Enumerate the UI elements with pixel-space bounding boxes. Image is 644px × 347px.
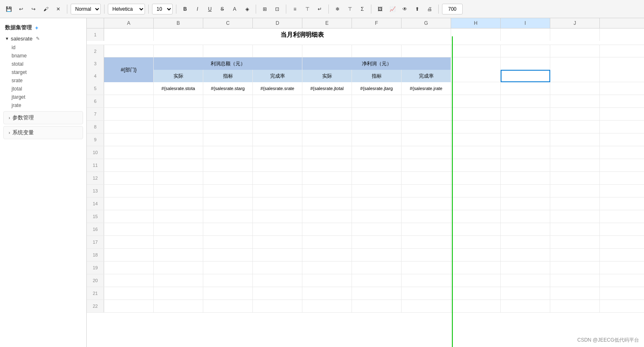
cell-h5[interactable] [451, 82, 501, 95]
cell-a1[interactable] [104, 29, 154, 41]
cell-j4[interactable] [550, 70, 600, 82]
cell-b2[interactable] [154, 45, 203, 57]
cell-d2[interactable] [253, 45, 302, 57]
col-header-d[interactable]: D [253, 18, 302, 28]
redo-button[interactable]: ↪ [28, 3, 39, 15]
cell-b4-actual[interactable]: 实际 [154, 70, 203, 82]
border-button[interactable]: ⊞ [259, 3, 270, 15]
field-stotal[interactable]: stotal [0, 60, 86, 68]
cell-title[interactable]: 当月利润明细表 [154, 29, 451, 41]
field-jrate[interactable]: jrate [0, 101, 86, 109]
edit-icon[interactable]: ✎ [36, 36, 40, 41]
align-h-button[interactable]: ≡ [290, 3, 300, 15]
col-header-h[interactable]: H [451, 18, 501, 28]
table-row: 3 #{部门} 利润总额（元） 净利润（元） [87, 57, 644, 70]
wrap-button[interactable]: ↵ [314, 3, 325, 15]
col-header-b[interactable]: B [154, 18, 203, 28]
sidebar-system-vars[interactable]: › 系统变量 [3, 126, 83, 139]
sidebar-param-management[interactable]: › 参数管理 [3, 111, 83, 124]
italic-button[interactable]: I [192, 3, 203, 15]
chart-button[interactable]: 📈 [387, 3, 398, 15]
corner-cell [87, 18, 104, 28]
cell-e4-actual[interactable]: 实际 [302, 70, 352, 82]
save-button[interactable]: 💾 [3, 3, 14, 15]
cell-net-header[interactable]: 净利润（元） [302, 57, 451, 70]
font-color-button[interactable]: A [229, 3, 240, 15]
field-starget[interactable]: starget [0, 68, 86, 76]
cell-i3[interactable] [501, 57, 550, 70]
print-button[interactable]: 🖨 [424, 3, 435, 15]
col-header-a[interactable]: A [104, 18, 154, 28]
field-srate[interactable]: srate [0, 76, 86, 85]
sep4 [176, 5, 176, 14]
align-v-button[interactable]: ⊤ [302, 3, 313, 15]
fill-color-button[interactable]: ◈ [242, 3, 252, 15]
field-jtotal[interactable]: jtotal [0, 85, 86, 93]
paint-format-button[interactable]: 🖌 [40, 3, 51, 15]
image-button[interactable]: 🖼 [375, 3, 385, 15]
cell-j3[interactable] [550, 57, 600, 70]
param-management-label: 参数管理 [12, 114, 34, 121]
col-header-j[interactable]: J [550, 18, 600, 28]
cell-c5[interactable]: #{salesrate.starg [203, 82, 253, 95]
undo-button[interactable]: ↩ [16, 3, 26, 15]
cell-j5[interactable] [550, 82, 600, 95]
cell-h2[interactable] [451, 45, 501, 57]
cell-f4-target[interactable]: 指标 [352, 70, 402, 82]
cell-profit-header[interactable]: 利润总额（元） [154, 57, 302, 70]
cell-j1[interactable] [550, 29, 600, 41]
col-header-g[interactable]: G [402, 18, 451, 28]
field-jtarget[interactable]: jtarget [0, 93, 86, 101]
cell-h4[interactable] [451, 70, 501, 82]
col-header-i[interactable]: I [501, 18, 550, 28]
cell-f5[interactable]: #{salesrate.jtarg [352, 82, 402, 95]
col-header-e[interactable]: E [302, 18, 352, 28]
cell-d5[interactable]: #{salesrate.srate [253, 82, 302, 95]
add-dataset-button[interactable]: + [35, 25, 38, 31]
font-size-select[interactable]: 10 [152, 4, 173, 14]
strikethrough-button[interactable]: S [217, 3, 228, 15]
formula-button[interactable]: Σ [357, 3, 368, 15]
freeze-button[interactable]: ❄ [332, 3, 343, 15]
field-bname[interactable]: bname [0, 52, 86, 60]
cell-dept[interactable]: #{部门} [104, 57, 154, 82]
cell-i4-selected[interactable] [501, 70, 550, 82]
cell-i5[interactable] [501, 82, 550, 95]
zoom-input[interactable]: 700 [442, 4, 463, 14]
filter-button[interactable]: ⊤ [345, 3, 355, 15]
cell-e5[interactable]: #{salesrate.jtotal [302, 82, 352, 95]
cell-i1[interactable] [501, 29, 550, 41]
col-header-f[interactable]: F [352, 18, 402, 28]
clear-button[interactable]: ✕ [53, 3, 64, 15]
cell-e2[interactable] [302, 45, 352, 57]
share-button[interactable]: ⬆ [412, 3, 423, 15]
cell-g2[interactable] [402, 45, 451, 57]
col-header-c[interactable]: C [203, 18, 253, 28]
cell-a2[interactable] [104, 45, 154, 57]
font-family-select[interactable]: Helvetica [108, 4, 145, 14]
table-row: 7 [87, 108, 644, 121]
toolbar: 💾 ↩ ↪ 🖌 ✕ Normal Helvetica 10 B I U S A … [0, 0, 644, 18]
cell-h1[interactable] [451, 29, 501, 41]
cell-a5[interactable] [104, 82, 154, 95]
merge-button[interactable]: ⊡ [272, 3, 283, 15]
table-row: 5 #{salesrate.stota #{salesrate.starg #{… [87, 82, 644, 95]
cell-c4-target[interactable]: 指标 [203, 70, 253, 82]
table-row: 14 [87, 197, 644, 210]
eye-button[interactable]: 👁 [399, 3, 410, 15]
field-id[interactable]: id [0, 43, 86, 52]
cell-g5[interactable]: #{salesrate.jrate [402, 82, 451, 95]
row-num-4: 4 [87, 70, 104, 82]
cell-j2[interactable] [550, 45, 600, 57]
cell-b5[interactable]: #{salesrate.stota [154, 82, 203, 95]
cell-h3[interactable] [451, 57, 501, 70]
bold-button[interactable]: B [180, 3, 190, 15]
table-row: 11 [87, 159, 644, 172]
format-style-select[interactable]: Normal [71, 4, 101, 14]
cell-g4-rate[interactable]: 完成率 [402, 70, 451, 82]
cell-c2[interactable] [203, 45, 253, 57]
cell-d4-rate[interactable]: 完成率 [253, 70, 302, 82]
cell-f2[interactable] [352, 45, 402, 57]
underline-button[interactable]: U [204, 3, 215, 15]
cell-i2[interactable] [501, 45, 550, 57]
